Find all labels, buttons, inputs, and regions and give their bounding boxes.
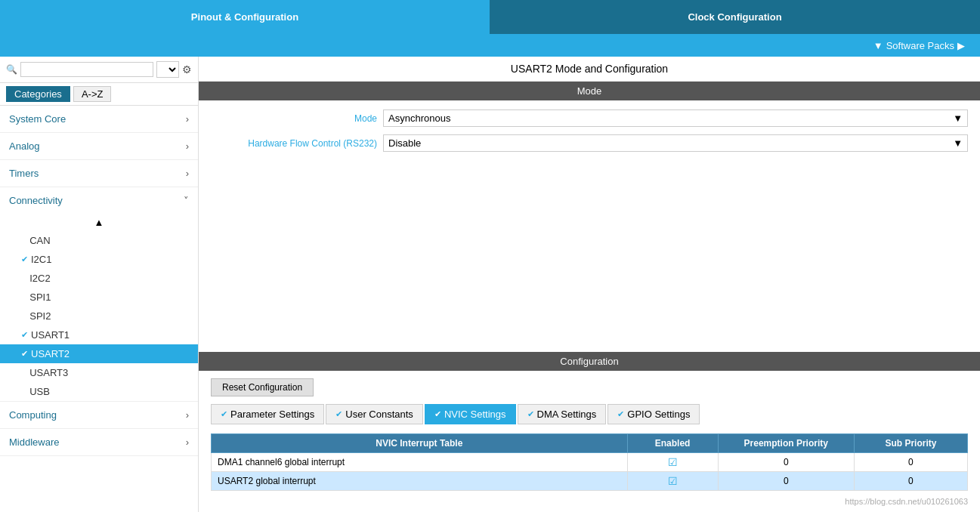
section-system-core-header[interactable]: System Core ›	[0, 106, 198, 132]
sidebar-item-i2c2[interactable]: I2C2	[0, 269, 198, 288]
i2c1-check-icon: ✔	[21, 254, 28, 264]
spi2-check	[21, 310, 26, 322]
usart3-check	[21, 367, 26, 378]
mode-select[interactable]: Asynchronous ▼	[383, 109, 968, 127]
expand-icon-computing: ›	[186, 409, 189, 421]
spacer	[199, 168, 980, 346]
dma-check-icon: ✔	[527, 409, 534, 419]
clock-label: Clock Configuration	[688, 11, 781, 23]
param-check-icon: ✔	[221, 409, 227, 419]
nvic-table: NVIC Interrupt Table Enabled Preemption …	[211, 433, 968, 491]
section-timers-header[interactable]: Timers ›	[0, 160, 198, 187]
sidebar-item-spi2[interactable]: SPI2	[0, 307, 198, 325]
usart2-checkbox-icon: ☑	[668, 475, 678, 487]
i2c2-check	[21, 273, 26, 284]
nvic-dma-preemption: 0	[718, 453, 854, 472]
section-system-core: System Core ›	[0, 106, 198, 133]
chevron-down-icon: ▼	[873, 40, 883, 51]
nvic-col-preemption: Preemption Priority	[718, 434, 854, 453]
tab-parameter-settings[interactable]: ✔ Parameter Settings	[211, 404, 324, 424]
usb-check	[21, 386, 26, 397]
hw-flow-select[interactable]: Disable ▼	[383, 134, 968, 152]
sidebar-item-usart1[interactable]: ✔ USART1	[0, 325, 198, 344]
section-analog-header[interactable]: Analog ›	[0, 133, 198, 159]
section-connectivity: Connectivity ˅ ▲ CAN ✔ I2C1 I2C2	[0, 187, 198, 402]
sidebar-item-spi1[interactable]: SPI1	[0, 288, 198, 307]
software-packs-button[interactable]: ▼ Software Packs ▶	[873, 40, 980, 51]
expand-icon: ›	[186, 113, 189, 125]
nvic-usart2-enabled[interactable]: ☑	[627, 472, 718, 491]
second-header: ▼ Software Packs ▶	[0, 34, 980, 57]
section-computing: Computing ›	[0, 402, 198, 429]
scroll-up[interactable]: ▲	[0, 214, 198, 231]
nvic-check-icon: ✔	[434, 409, 441, 419]
tab-categories[interactable]: Categories	[6, 86, 70, 102]
hw-flow-value: Disable	[388, 137, 421, 149]
section-computing-header[interactable]: Computing ›	[0, 402, 198, 428]
gpio-check-icon: ✔	[617, 409, 624, 419]
footer-url: https://blog.csdn.net/u010261063	[199, 491, 980, 512]
nvic-row-dma: DMA1 channel6 global interrupt ☑ 0 0	[212, 453, 968, 472]
usart1-check-icon: ✔	[21, 330, 28, 340]
sidebar: 🔍 ⚙ Categories A->Z System Core ›	[0, 57, 199, 512]
nvic-row-usart2: USART2 global interrupt ☑ 0 0	[212, 472, 968, 491]
tab-az[interactable]: A->Z	[73, 86, 112, 102]
expand-icon-middleware: ›	[186, 436, 189, 448]
mode-value: Asynchronous	[388, 113, 450, 124]
mode-field-label: Mode	[211, 113, 377, 124]
sidebar-search-row: 🔍 ⚙	[0, 57, 198, 83]
tab-nvic-settings[interactable]: ✔ NVIC Settings	[425, 404, 516, 424]
expand-icon-timers: ›	[186, 168, 189, 179]
section-analog: Analog ›	[0, 133, 198, 160]
sidebar-item-usart2[interactable]: ✔ USART2	[0, 344, 198, 363]
reset-configuration-button[interactable]: Reset Configuration	[211, 378, 314, 396]
nvic-dma-name: DMA1 channel6 global interrupt	[212, 453, 628, 472]
chevron-right-icon: ▶	[957, 40, 965, 51]
content-title: USART2 Mode and Configuration	[199, 57, 980, 82]
nvic-col-name: NVIC Interrupt Table	[212, 434, 628, 453]
nvic-col-sub: Sub Priority	[854, 434, 967, 453]
section-middleware: Middleware ›	[0, 429, 198, 456]
reset-btn-area: Reset Configuration	[199, 371, 980, 404]
usart2-check-icon: ✔	[21, 349, 28, 359]
pinout-tab[interactable]: Pinout & Configuration	[0, 0, 490, 34]
hw-flow-label: Hardware Flow Control (RS232)	[211, 138, 377, 149]
expand-icon-analog: ›	[186, 140, 189, 152]
nvic-usart2-preemption: 0	[718, 472, 854, 491]
nvic-usart2-name: USART2 global interrupt	[212, 472, 628, 491]
mode-fields: Mode Asynchronous ▼ Hardware Flow Contro…	[199, 100, 980, 168]
software-packs-label: Software Packs	[886, 40, 954, 51]
sidebar-item-i2c1[interactable]: ✔ I2C1	[0, 250, 198, 269]
config-section-header: Configuration	[199, 352, 980, 371]
user-check-icon: ✔	[335, 409, 342, 419]
expand-icon-connectivity: ˅	[184, 195, 189, 206]
content-area: USART2 Mode and Configuration Mode Mode …	[199, 57, 980, 512]
hw-flow-field-row: Hardware Flow Control (RS232) Disable ▼	[211, 134, 968, 152]
tab-gpio-settings[interactable]: ✔ GPIO Settings	[607, 404, 700, 424]
section-connectivity-header[interactable]: Connectivity ˅	[0, 187, 198, 214]
sidebar-item-can[interactable]: CAN	[0, 231, 198, 250]
gear-icon[interactable]: ⚙	[182, 63, 192, 76]
nvic-dma-sub: 0	[854, 453, 967, 472]
clock-tab[interactable]: Clock Configuration	[490, 0, 980, 34]
nvic-usart2-sub: 0	[854, 472, 967, 491]
config-tabs: ✔ Parameter Settings ✔ User Constants ✔ …	[199, 404, 980, 424]
connectivity-items: CAN ✔ I2C1 I2C2 SPI1 SPI2	[0, 231, 198, 401]
section-timers: Timers ›	[0, 160, 198, 187]
tab-user-constants[interactable]: ✔ User Constants	[326, 404, 423, 424]
hw-flow-chevron: ▼	[953, 137, 963, 149]
mode-field-row: Mode Asynchronous ▼	[211, 109, 968, 127]
search-icon: 🔍	[6, 64, 17, 75]
nvic-dma-enabled[interactable]: ☑	[627, 453, 718, 472]
section-middleware-header[interactable]: Middleware ›	[0, 429, 198, 455]
search-dropdown[interactable]	[156, 61, 179, 78]
dma-checkbox-icon: ☑	[668, 456, 678, 468]
sidebar-item-usart3[interactable]: USART3	[0, 363, 198, 382]
sidebar-item-usb[interactable]: USB	[0, 382, 198, 401]
search-input[interactable]	[20, 62, 153, 77]
sidebar-tabs: Categories A->Z	[0, 83, 198, 106]
tab-dma-settings[interactable]: ✔ DMA Settings	[518, 404, 607, 424]
can-check	[21, 235, 26, 246]
mode-select-chevron: ▼	[953, 113, 963, 124]
nvic-col-enabled: Enabled	[627, 434, 718, 453]
